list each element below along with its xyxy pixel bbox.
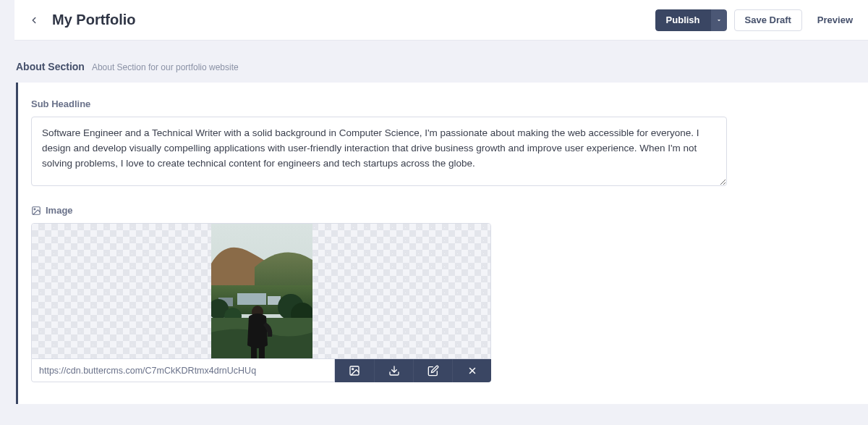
image-replace-icon	[349, 365, 360, 376]
remove-image-button[interactable]	[452, 359, 491, 382]
close-icon	[467, 366, 477, 376]
publish-button-group: Publish	[655, 9, 727, 31]
chevron-left-icon	[29, 15, 39, 25]
section-header: About Section About Section for our port…	[16, 61, 868, 72]
download-image-button[interactable]	[374, 359, 413, 382]
sub-headline-label: Sub Headline	[31, 98, 855, 109]
sub-headline-textarea[interactable]	[31, 117, 727, 186]
image-field: Image	[31, 205, 855, 382]
section-description: About Section for our portfolio website	[92, 62, 239, 72]
editor-topbar: My Portfolio Publish Save Draft Preview	[14, 0, 868, 41]
svg-rect-14	[259, 343, 265, 359]
image-tool-buttons	[335, 359, 491, 382]
preview-button[interactable]: Preview	[809, 9, 858, 31]
svg-rect-4	[237, 293, 266, 305]
image-icon	[31, 206, 41, 216]
image-label: Image	[31, 205, 855, 216]
back-button[interactable]	[25, 11, 43, 30]
edit-icon	[427, 365, 439, 376]
svg-rect-13	[251, 343, 257, 359]
image-url-input[interactable]	[31, 359, 335, 382]
replace-image-button[interactable]	[335, 359, 374, 382]
caret-down-icon	[715, 17, 723, 24]
svg-point-16	[352, 369, 354, 370]
image-preview[interactable]	[31, 223, 491, 359]
svg-point-1	[34, 209, 35, 210]
page-title: My Portfolio	[52, 12, 647, 28]
uploaded-image	[211, 224, 312, 359]
section-title: About Section	[16, 61, 85, 72]
publish-dropdown-toggle[interactable]	[711, 9, 727, 31]
download-icon	[388, 365, 400, 376]
save-draft-button[interactable]: Save Draft	[734, 9, 802, 31]
editor-content: About Section About Section for our port…	[0, 41, 868, 404]
publish-button[interactable]: Publish	[655, 9, 711, 31]
image-label-text: Image	[46, 205, 73, 216]
topbar-actions: Publish Save Draft Preview	[655, 9, 858, 31]
sub-headline-label-text: Sub Headline	[31, 98, 90, 109]
edit-image-button[interactable]	[413, 359, 452, 382]
image-toolbar	[31, 359, 491, 382]
section-card: Sub Headline Image	[16, 83, 868, 404]
